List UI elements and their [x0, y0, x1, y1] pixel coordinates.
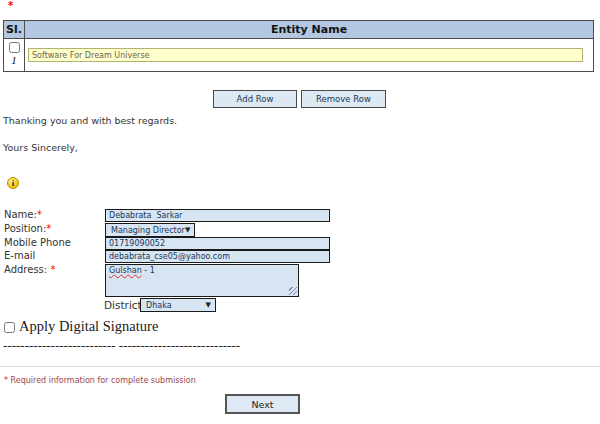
mobile-label: Mobile Phone [4, 237, 71, 248]
name-label: Name:* [4, 209, 42, 220]
sincerely-text: Yours Sincerely, [3, 142, 78, 153]
divider-line [0, 366, 600, 367]
name-label-text: Name: [4, 209, 37, 220]
address-label-text: Address: [4, 264, 50, 275]
entity-row-checkbox[interactable] [9, 42, 20, 53]
row-index: 1 [11, 54, 17, 66]
name-required-marker: * [37, 209, 42, 220]
header-entity-name: Entity Name [25, 21, 593, 38]
address-misspelled-word: Gulshan [109, 266, 142, 275]
email-input[interactable] [105, 250, 330, 263]
address-label: Address: * [4, 264, 55, 275]
required-note: * Required information for complete subm… [4, 376, 196, 385]
digital-signature-label: Apply Digital Signature [19, 318, 158, 335]
table-row: 1 [4, 39, 593, 71]
address-textarea[interactable]: Gulshan - 1 [105, 264, 299, 297]
address-required-marker: * [50, 264, 55, 275]
row-sl-cell: 1 [4, 39, 25, 71]
email-label: E-mail [4, 250, 35, 261]
district-label: District [104, 299, 142, 311]
chevron-down-icon: ▼ [185, 226, 194, 234]
top-required-marker: * [8, 0, 13, 11]
info-icon[interactable]: i [7, 177, 19, 189]
position-label: Position:* [4, 223, 51, 234]
textarea-resize-handle-icon[interactable] [289, 287, 297, 295]
digital-signature-checkbox[interactable] [4, 322, 15, 333]
thanks-text: Thanking you and with best regards. [3, 115, 177, 126]
entity-name-table: Sl. Entity Name 1 [3, 20, 594, 72]
add-row-button[interactable]: Add Row [213, 90, 297, 108]
signature-dashes: -------------------------- -------------… [3, 338, 240, 354]
mobile-input[interactable] [105, 237, 330, 250]
entity-table-header-row: Sl. Entity Name [4, 21, 593, 39]
required-note-text: Required information for complete submis… [8, 376, 196, 385]
header-sl: Sl. [4, 21, 25, 38]
chevron-down-icon: ▼ [206, 301, 215, 309]
name-input[interactable] [105, 209, 330, 222]
position-select[interactable]: Managing Director ▼ [105, 223, 195, 237]
next-button[interactable]: Next [225, 394, 300, 414]
position-required-marker: * [46, 223, 51, 234]
remove-row-button[interactable]: Remove Row [301, 90, 386, 108]
district-select[interactable]: Dhaka ▼ [140, 298, 216, 312]
position-label-text: Position: [4, 223, 46, 234]
row-entity-cell [25, 39, 593, 71]
submission-form-page: * Sl. Entity Name 1 Add Row Remove Row T… [0, 0, 600, 424]
position-selected-value: Managing Director [106, 226, 185, 235]
district-selected-value: Dhaka [141, 301, 206, 310]
address-rest: - 1 [142, 266, 155, 275]
entity-name-input[interactable] [28, 48, 583, 62]
